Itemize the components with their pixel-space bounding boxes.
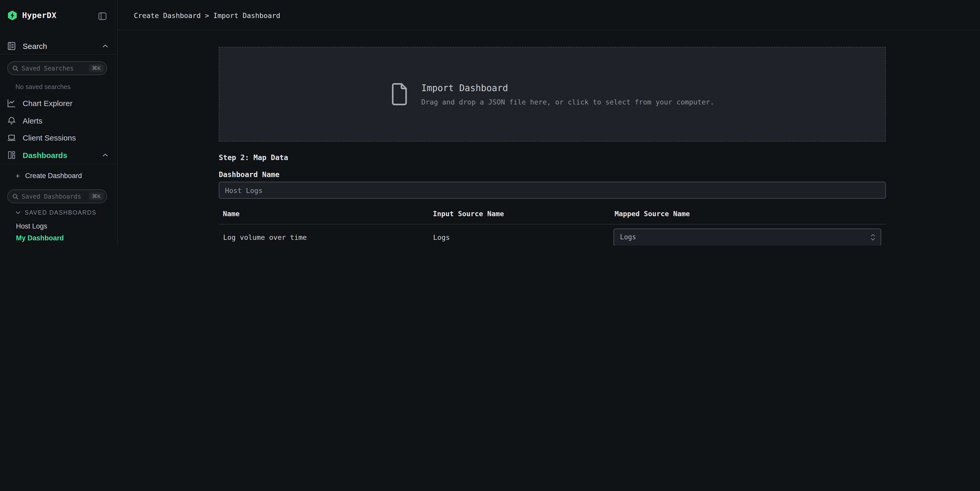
brand-name: HyperDX: [22, 11, 56, 20]
sidebar-item-label: Dashboards: [23, 151, 67, 159]
saved-dashboards-section[interactable]: SAVED DASHBOARDS: [16, 210, 97, 216]
column-header-input-source: Input Source Name: [433, 210, 504, 218]
file-icon: [390, 83, 408, 105]
chevron-up-icon[interactable]: [102, 153, 108, 157]
search-section-header[interactable]: Search: [7, 42, 110, 51]
divider: [0, 54, 117, 54]
saved-dashboards-section-label: SAVED DASHBOARDS: [25, 210, 97, 216]
saved-searches-input[interactable]: [22, 65, 86, 72]
search-icon: [12, 193, 19, 199]
column-header-name: Name: [223, 210, 240, 218]
plus-icon: +: [16, 172, 20, 180]
search-list-icon: [7, 42, 16, 51]
mapped-source-select[interactable]: Logs: [613, 228, 881, 246]
sidebar-item-chart-explorer[interactable]: Chart Explorer: [0, 95, 117, 112]
create-dashboard-button[interactable]: + Create Dashboard: [0, 169, 117, 182]
sidebar-item-label: Client Sessions: [23, 133, 76, 142]
hyperdx-logo-icon: [7, 10, 18, 21]
bell-icon: [7, 116, 16, 125]
sidebar-item-my-dashboard[interactable]: My Dashboard: [16, 234, 64, 242]
saved-dashboards-input[interactable]: [22, 193, 86, 200]
search-icon: [12, 65, 19, 71]
tile-name: Log volume over time: [223, 224, 307, 246]
sidebar-item-host-logs[interactable]: Host Logs: [16, 222, 47, 230]
sidebar-item-label: Alerts: [23, 116, 43, 125]
chevron-down-icon: [16, 211, 21, 214]
search-section-label: Search: [23, 42, 47, 51]
select-carets-icon: [870, 233, 875, 242]
breadcrumb: Create Dashboard > Import Dashboard: [134, 11, 280, 19]
dropzone-subtitle: Drag and drop a JSON file here, or click…: [421, 97, 714, 106]
sidebar-collapse-icon[interactable]: [98, 12, 107, 20]
column-header-mapped-source: Mapped Source Name: [614, 210, 690, 218]
shortcut-badge: ⌘K: [89, 193, 103, 200]
laptop-icon: [7, 133, 16, 142]
input-source: Logs: [433, 224, 450, 246]
no-saved-searches-text: No saved searches: [16, 83, 70, 91]
dashboard-name-label: Dashboard Name: [219, 170, 280, 179]
divider: [0, 164, 117, 164]
app-root: HyperDX Search ⌘K: [0, 0, 980, 246]
dashboard-name-input[interactable]: [219, 182, 886, 199]
sidebar-item-alerts[interactable]: Alerts: [0, 112, 117, 129]
shortcut-badge: ⌘K: [89, 65, 103, 72]
sidebar: HyperDX Search ⌘K: [0, 0, 118, 246]
import-dropzone[interactable]: Import Dashboard Drag and drop a JSON fi…: [219, 47, 886, 141]
create-dashboard-label: Create Dashboard: [25, 172, 82, 180]
dropzone-title: Import Dashboard: [421, 83, 714, 93]
saved-searches-search[interactable]: ⌘K: [7, 61, 107, 75]
chart-icon: [7, 99, 16, 108]
brand-row[interactable]: HyperDX: [7, 10, 56, 21]
sidebar-item-label: Chart Explorer: [23, 99, 72, 108]
step-label: Step 2: Map Data: [219, 153, 288, 162]
dashboards-icon: [7, 151, 16, 159]
table-row: Log volume over time Logs Logs: [219, 224, 886, 246]
saved-dashboards-search[interactable]: ⌘K: [7, 189, 107, 203]
sidebar-item-client-sessions[interactable]: Client Sessions: [0, 129, 117, 146]
chevron-up-icon[interactable]: [102, 44, 108, 48]
sidebar-item-dashboards[interactable]: Dashboards: [0, 146, 117, 164]
